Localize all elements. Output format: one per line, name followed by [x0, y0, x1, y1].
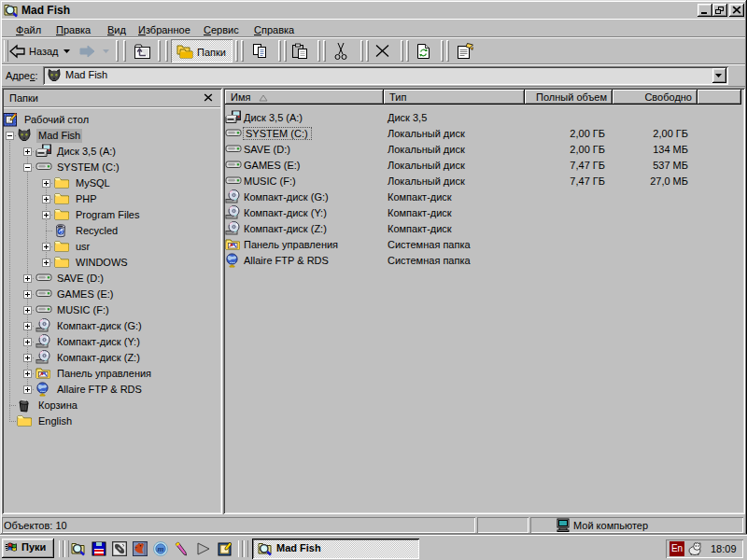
svg-text:m: m	[157, 544, 163, 553]
